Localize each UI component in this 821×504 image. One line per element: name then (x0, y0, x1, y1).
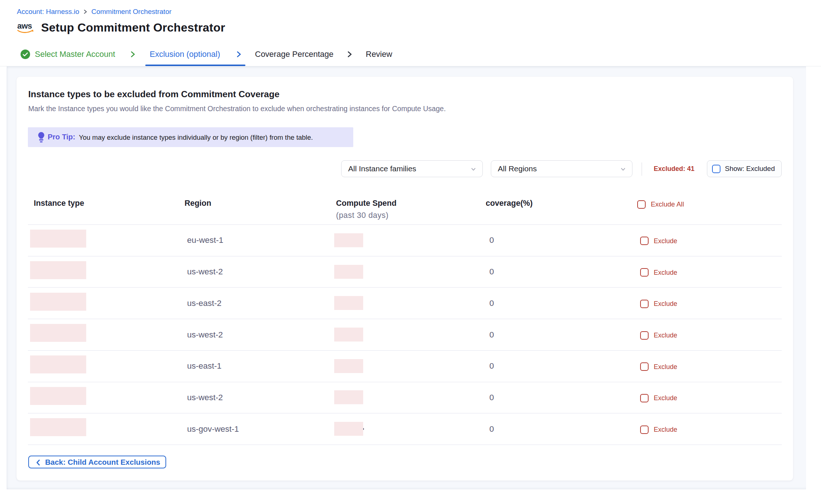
svg-text:aws: aws (17, 21, 32, 30)
